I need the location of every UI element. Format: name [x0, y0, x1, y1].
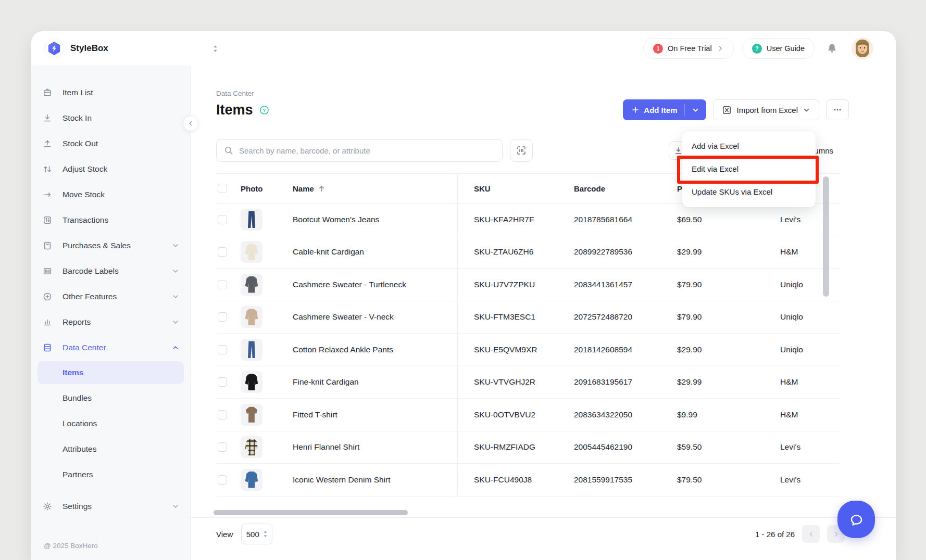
vertical-scrollbar[interactable] [823, 176, 829, 297]
table-row[interactable]: Iconic Western Denim ShirtSKU-FCU490J820… [216, 464, 840, 497]
item-brand: H&M [780, 236, 840, 269]
sidebar-item-label: Partners [62, 470, 93, 479]
svg-text:?: ? [262, 107, 266, 113]
sidebar-item-purchases-sales[interactable]: Purchases & Sales [31, 233, 190, 258]
garment-image [244, 341, 259, 359]
row-checkbox[interactable] [218, 280, 227, 289]
barcode-scan-icon [516, 145, 527, 156]
sidebar-item-other-features[interactable]: Other Features [31, 284, 190, 309]
page-help-icon[interactable]: ? [259, 105, 269, 115]
sidebar-item-adjust-stock[interactable]: Adjust Stock [31, 156, 190, 182]
header-name: Name [291, 174, 457, 203]
app-window: StyleBox 1 On Free Trial ? User Guide [31, 31, 896, 560]
row-select-cell [216, 301, 239, 334]
free-trial-button[interactable]: 1 On Free Trial [643, 38, 734, 59]
table-row[interactable]: Cotton Relaxed Ankle PantsSKU-E5QVM9XR20… [216, 334, 840, 366]
page-size-value: 500 [246, 530, 259, 539]
table-row[interactable]: Bootcut Women's JeansSKU-KFA2HR7F2018785… [216, 203, 840, 236]
sort-ascending-icon[interactable] [318, 185, 326, 193]
chevron-right-icon [717, 45, 724, 52]
notifications-bell-icon[interactable] [826, 43, 838, 55]
row-checkbox[interactable] [218, 442, 227, 452]
sidebar-item-stock-out[interactable]: Stock Out [31, 131, 190, 156]
item-name: Cotton Relaxed Ankle Pants [291, 334, 457, 366]
item-photo [241, 339, 262, 361]
item-barcode: 2072572488720 [574, 301, 677, 334]
header-sku: SKU [457, 174, 574, 203]
more-actions-button[interactable] [826, 99, 849, 120]
row-checkbox[interactable] [218, 345, 227, 354]
import-excel-button[interactable]: Import from Excel [713, 99, 819, 120]
help-circle-icon: ? [752, 44, 762, 54]
sidebar-item-reports[interactable]: Reports [31, 309, 190, 335]
item-photo [241, 371, 262, 393]
garment-image [244, 471, 259, 489]
user-avatar[interactable] [852, 37, 873, 59]
chat-launcher-button[interactable] [837, 501, 875, 538]
plus-icon [631, 106, 640, 114]
row-checkbox[interactable] [218, 377, 227, 387]
sidebar-item-move-stock[interactable]: Move Stock [31, 182, 190, 207]
row-checkbox[interactable] [218, 247, 227, 257]
item-brand: H&M [780, 366, 840, 399]
box-icon [43, 88, 52, 97]
sidebar-collapse-button[interactable] [183, 116, 198, 131]
table-row[interactable]: Cashmere Sweater - V-neckSKU-FTM3ESC1207… [216, 301, 840, 334]
table-row[interactable]: Fitted T-shirtSKU-0OTVBVU22083634322050$… [216, 399, 840, 431]
item-sku: SKU-0OTVBVU2 [457, 399, 574, 431]
sidebar-item-label: Data Center [62, 343, 106, 352]
menu-item-edit-via-excel[interactable]: Edit via Excel [682, 157, 816, 180]
item-photo [241, 436, 262, 458]
chevron-down-icon [692, 106, 699, 114]
page-size-select[interactable]: 500 [241, 524, 272, 544]
sidebar-item-label: Stock Out [62, 139, 98, 148]
table-row[interactable]: Fine-knit CardiganSKU-VTVGHJ2R2091683195… [216, 366, 840, 399]
adjust-icon [43, 164, 52, 174]
sidebar-item-locations[interactable]: Locations [31, 411, 190, 436]
row-photo-cell [239, 334, 291, 366]
menu-item-update-skus-via-excel[interactable]: Update SKUs via Excel [682, 180, 816, 203]
add-item-button[interactable]: Add Item [623, 99, 706, 120]
barcode-scan-button[interactable] [510, 139, 533, 162]
add-item-dropdown-toggle[interactable] [685, 106, 706, 114]
settings-icon [43, 502, 52, 511]
sidebar-item-partners[interactable]: Partners [31, 462, 190, 487]
row-checkbox[interactable] [218, 410, 227, 419]
prev-page-button[interactable] [802, 525, 820, 543]
table-row[interactable]: Cable-knit CardiganSKU-ZTAU6ZH6208992278… [216, 236, 840, 269]
desktop-background: StyleBox 1 On Free Trial ? User Guide [0, 0, 926, 560]
sidebar-item-bundles[interactable]: Bundles [31, 385, 190, 411]
horizontal-scrollbar[interactable] [214, 510, 408, 515]
download-icon [674, 146, 683, 155]
row-checkbox[interactable] [218, 475, 227, 485]
sidebar-item-items[interactable]: Items [37, 361, 184, 384]
item-price: $79.50 [677, 464, 780, 496]
row-checkbox[interactable] [218, 215, 227, 224]
sidebar-nav: Item ListStock InStock OutAdjust StockMo… [31, 66, 191, 560]
menu-item-add-via-excel[interactable]: Add via Excel [682, 134, 816, 157]
header-barcode: Barcode [574, 174, 677, 203]
table-row[interactable]: Henri Flannel ShirtSKU-RMZFIADG200544546… [216, 431, 840, 464]
workspace-switch-icon[interactable] [212, 45, 218, 53]
user-guide-button[interactable]: ? User Guide [742, 38, 815, 59]
transactions-icon [43, 215, 52, 225]
sidebar-item-attributes[interactable]: Attributes [31, 436, 190, 462]
item-brand: Uniqlo [780, 334, 840, 366]
select-all-checkbox[interactable] [218, 184, 227, 193]
sidebar-item-transactions[interactable]: Transactions [31, 207, 190, 233]
sidebar-item-item-list[interactable]: Item List [31, 80, 190, 105]
table-row[interactable]: Cashmere Sweater - TurtleneckSKU-U7V7ZPK… [216, 269, 840, 301]
item-price: $29.99 [677, 366, 780, 399]
sidebar-item-settings[interactable]: Settings [31, 493, 190, 519]
sidebar-item-barcode-labels[interactable]: Barcode Labels [31, 258, 190, 284]
workspace-switcher[interactable]: StyleBox [44, 39, 218, 58]
search-input[interactable] [238, 146, 495, 156]
chevron-down-icon [171, 267, 180, 275]
sidebar-item-stock-in[interactable]: Stock In [31, 105, 190, 131]
sidebar-item-data-center[interactable]: Data Center [31, 335, 190, 360]
item-name: Henri Flannel Shirt [291, 431, 457, 464]
sidebar-item-label: Locations [62, 419, 97, 428]
row-checkbox[interactable] [218, 312, 227, 322]
item-brand: H&M [780, 399, 840, 431]
header-name-label[interactable]: Name [293, 184, 314, 193]
